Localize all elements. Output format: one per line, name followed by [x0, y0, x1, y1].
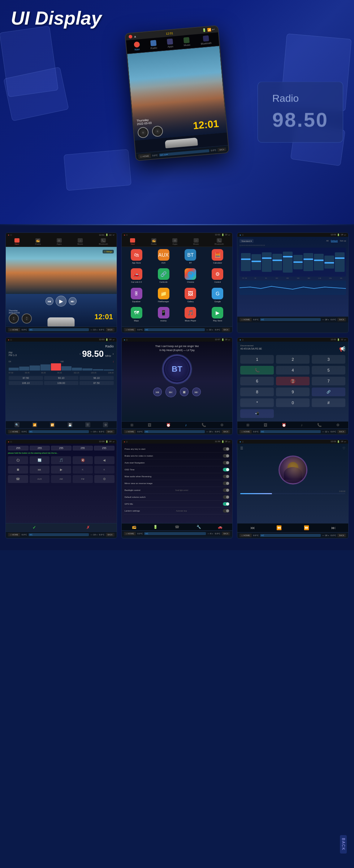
phone-key-hash[interactable]: #	[312, 398, 345, 407]
eq-slider-7[interactable]	[303, 253, 313, 271]
radio-back[interactable]: BACK	[106, 430, 115, 433]
phone-back[interactable]: BACK	[337, 430, 346, 433]
phone-special-btn[interactable]: 📲	[240, 409, 274, 418]
phone-icon-gear[interactable]: ⚙	[336, 423, 340, 427]
steer-phone[interactable]: ☎	[8, 475, 28, 483]
toggle-backlight[interactable]	[223, 488, 229, 492]
steer-ac[interactable]: A/C	[29, 533, 89, 536]
preset-8750[interactable]: 87.50	[9, 376, 43, 380]
toggle-vol[interactable]	[223, 495, 229, 499]
radio-prev-btn[interactable]: ‹	[79, 352, 81, 356]
apps-ac[interactable]: A/C	[144, 328, 205, 331]
nav-navi[interactable]: ▲Navi	[14, 238, 20, 245]
phone-icon-clock[interactable]: ⏰	[282, 423, 286, 427]
app-playstore[interactable]: ▶Play Store	[205, 307, 230, 324]
apps-nav-apps[interactable]: ⊞Apps	[172, 238, 177, 245]
eq-slider-5[interactable]	[283, 252, 293, 273]
eq-slider-4[interactable]	[272, 254, 282, 271]
nav-radio[interactable]: 📻Radio	[35, 238, 41, 245]
settings-icon-1[interactable]: 📻	[132, 525, 136, 529]
steer-fm[interactable]: FM	[73, 475, 93, 483]
music-ac[interactable]: A/C	[260, 534, 321, 537]
eq-tab-default[interactable]: Default	[331, 240, 338, 242]
phone-key-star[interactable]: *	[240, 398, 274, 407]
phone-key-5[interactable]: 5	[312, 366, 345, 375]
bt-prev-btn[interactable]: ⏮	[153, 388, 162, 396]
apps-nav-navi[interactable]: ▲Navi	[130, 238, 135, 245]
bt-home-btn[interactable]: ⌂ HOME	[124, 430, 136, 433]
floating-back-button[interactable]: back	[340, 835, 347, 854]
home-home-btn[interactable]: ⌂ HOME	[8, 328, 20, 332]
nav-bluetooth[interactable]: 📞Bluetooth	[99, 238, 108, 245]
settings-icon-4[interactable]: 🔧	[197, 525, 201, 529]
settings-home-btn[interactable]: ⌂ HOME	[124, 532, 136, 535]
app-calc[interactable]: 🧮Calculator	[205, 249, 230, 266]
apps-nav-music[interactable]: ♪Music	[193, 238, 199, 245]
hero-back-btn[interactable]: back	[217, 147, 226, 151]
eq-slider-9[interactable]	[324, 256, 334, 269]
bt-next-btn[interactable]: ⏭	[192, 388, 201, 396]
steer-ff[interactable]: ⏭	[30, 466, 50, 474]
eq-slider-6[interactable]	[293, 255, 303, 269]
steer-mute[interactable]: 🔇	[73, 456, 93, 464]
phone-key-8[interactable]: 8	[240, 388, 274, 396]
settings-icon-2[interactable]: 🔋	[153, 525, 157, 529]
eq-slider-10[interactable]	[335, 252, 345, 272]
app-musicplayer[interactable]: 🎵Music Player	[178, 307, 203, 324]
settings-icon-5[interactable]: 🚗	[218, 525, 222, 529]
eq-tab-setup[interactable]: Set up	[340, 240, 346, 242]
steer-stop[interactable]: ⏹	[8, 466, 28, 474]
eq-dropdown[interactable]: Standard ▾	[239, 239, 254, 243]
app-carblink[interactable]: 🔗CarbLink	[151, 268, 176, 286]
bt-playpause-btn[interactable]: ⏭	[165, 386, 176, 397]
phone-home-btn[interactable]: ⌂ HOME	[239, 430, 252, 433]
phone-key-4[interactable]: 4	[276, 366, 310, 375]
app-gallery[interactable]: 🖼Gallery	[178, 288, 203, 305]
bt-ac[interactable]: A/C	[144, 430, 205, 433]
steer-music[interactable]: 🎵	[51, 456, 71, 464]
bt-icon-photo[interactable]: 🖼	[148, 423, 151, 427]
eq-slider-3[interactable]	[262, 252, 272, 272]
apps-home-btn[interactable]: ⌂ HOME	[124, 328, 136, 332]
steer-aux[interactable]: AUX	[30, 475, 50, 483]
music-progress-bar[interactable]	[240, 493, 345, 494]
steer-settings[interactable]: ⚙	[94, 475, 115, 483]
phone-icon-music[interactable]: ♪	[301, 423, 303, 427]
music-ctrl-prev[interactable]: ⏮	[250, 525, 255, 530]
music-back[interactable]: back	[337, 534, 346, 537]
app-aux[interactable]: AUXAUX	[151, 249, 176, 266]
music-ctrl-rw[interactable]: ⏪	[276, 525, 282, 530]
preset-10800[interactable]: 108.00	[44, 381, 78, 385]
app-carlink[interactable]: 🚗Car Link 2.0	[124, 268, 149, 286]
radio-next-btn[interactable]: ›	[113, 352, 114, 356]
app-filemanager[interactable]: 📁FileManager	[151, 288, 176, 305]
bt-back[interactable]: BACK	[222, 430, 230, 433]
music-ctrl-next[interactable]: ⏭	[331, 525, 336, 530]
settings-ac[interactable]: A/C	[144, 532, 206, 535]
phone-key-0[interactable]: 0	[276, 398, 310, 407]
bt-icon-gear[interactable]: ⚙	[220, 423, 224, 427]
radio-icon-list[interactable]: ☰	[85, 422, 90, 427]
toggle-osd[interactable]	[223, 468, 229, 471]
apps-nav-bt[interactable]: 📞Bluetooth	[215, 238, 224, 245]
toggle-lantern[interactable]	[223, 509, 229, 513]
steer-play[interactable]: ▶	[51, 466, 71, 474]
eq-slider-2[interactable]	[251, 254, 261, 270]
app-bt[interactable]: BTBT	[178, 249, 203, 266]
steer-cancel-btn[interactable]: ✗	[86, 525, 90, 530]
bt-stop-btn[interactable]: ⏹	[180, 388, 189, 396]
toggle-press-key[interactable]	[223, 447, 229, 451]
toggle-gps[interactable]	[223, 502, 229, 506]
eq-back[interactable]: BACK	[337, 318, 346, 321]
prev-btn[interactable]: ⏮	[46, 297, 53, 305]
phone-call-btn[interactable]: 📞	[240, 366, 274, 375]
bt-icon-clock[interactable]: ⏰	[166, 423, 170, 427]
steer-k2[interactable]: K	[94, 466, 115, 474]
app-eq[interactable]: 🎚Equalizer	[124, 288, 149, 305]
settings-back[interactable]: BACK	[222, 532, 230, 535]
eq-home-btn[interactable]: ⌂ HOME	[239, 318, 252, 321]
radio-icon-save[interactable]: 💾	[68, 422, 73, 427]
radio-icon-search[interactable]: 🔍	[14, 422, 20, 427]
steer-back[interactable]: BACK	[106, 533, 115, 536]
home-ac[interactable]: A/C	[29, 328, 89, 331]
